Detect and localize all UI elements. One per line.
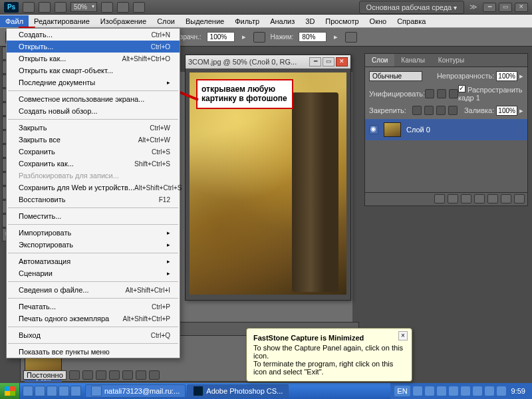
- file-menu-item[interactable]: ВосстановитьF12: [7, 194, 180, 205]
- workspace-switcher[interactable]: Основная рабочая среда ▾: [359, 1, 464, 14]
- loop-select[interactable]: Постоянно: [23, 370, 66, 380]
- start-button[interactable]: [0, 383, 20, 399]
- next-frame-button[interactable]: [109, 370, 120, 380]
- tray-icon[interactable]: [461, 386, 470, 396]
- link-icon[interactable]: [434, 194, 445, 203]
- language-indicator[interactable]: EN: [394, 386, 410, 396]
- file-menu-item[interactable]: Печатать...Ctrl+P: [7, 301, 180, 313]
- unify-pos-icon[interactable]: [425, 89, 434, 98]
- menu-изображение[interactable]: Изображение: [95, 15, 152, 27]
- file-menu-item[interactable]: Показать все пункты меню: [7, 346, 180, 358]
- doc-close-button[interactable]: ✕: [336, 57, 348, 66]
- quicklaunch-icon[interactable]: [35, 386, 45, 396]
- file-menu-item[interactable]: Открыть как...Alt+Shift+Ctrl+O: [7, 53, 180, 65]
- file-menu-item[interactable]: Печать одного экземпляраAlt+Shift+Ctrl+P: [7, 313, 180, 325]
- menu-справка[interactable]: Справка: [392, 15, 431, 27]
- file-menu-item[interactable]: Создать новый обзор...: [7, 105, 180, 117]
- doc-maximize-button[interactable]: ▭: [323, 57, 334, 66]
- unify-style-icon[interactable]: [449, 89, 458, 98]
- menu-выделение[interactable]: Выделение: [180, 15, 229, 27]
- screenmode-icon[interactable]: [133, 2, 145, 13]
- mask-icon[interactable]: [461, 194, 471, 203]
- airbrush-icon[interactable]: [253, 32, 265, 43]
- tooltip-close-button[interactable]: ×: [398, 331, 408, 340]
- adjustment-icon[interactable]: [474, 194, 485, 203]
- delete-frame-button[interactable]: [149, 370, 160, 380]
- opacity-field[interactable]: 100%: [207, 32, 235, 42]
- bridge-icon[interactable]: [23, 2, 35, 13]
- file-menu-item[interactable]: Создать...Ctrl+N: [7, 29, 180, 41]
- panel-tab[interactable]: Контуры: [432, 54, 471, 66]
- tray-icon[interactable]: [413, 386, 422, 396]
- file-menu-item[interactable]: ВыходCtrl+Q: [7, 329, 180, 341]
- zoom-select[interactable]: 50%: [70, 2, 97, 12]
- unify-vis-icon[interactable]: [437, 89, 446, 98]
- minimize-button[interactable]: ━: [483, 3, 496, 12]
- tray-icon[interactable]: [449, 386, 458, 396]
- menu-файл[interactable]: Файл: [0, 15, 29, 27]
- quicklaunch-icon[interactable]: [47, 386, 57, 396]
- file-menu-item[interactable]: Сохранить для Web и устройств...Alt+Shif…: [7, 182, 180, 194]
- file-menu-item[interactable]: ЗакрытьCtrl+W: [7, 122, 180, 134]
- lock-all-icon[interactable]: [448, 106, 458, 115]
- trash-icon[interactable]: [514, 194, 525, 203]
- tray-icon[interactable]: [473, 386, 482, 396]
- document-canvas[interactable]: открываем любую картинку в фотошопе: [190, 72, 346, 295]
- menu-слои[interactable]: Слои: [152, 15, 180, 27]
- file-menu-item[interactable]: Поместить...: [7, 210, 180, 222]
- close-button[interactable]: ✕: [515, 3, 528, 12]
- restore-button[interactable]: ▭: [499, 3, 512, 12]
- new-layer-icon[interactable]: [501, 194, 511, 203]
- quicklaunch-icon[interactable]: [59, 386, 69, 396]
- hand-icon[interactable]: [101, 2, 113, 13]
- blend-mode-select[interactable]: Обычные: [369, 71, 422, 81]
- clock[interactable]: 9:59: [509, 387, 528, 395]
- tray-icon[interactable]: [485, 386, 494, 396]
- minibridge-icon[interactable]: [39, 2, 51, 13]
- panel-tab[interactable]: Слои: [365, 54, 394, 66]
- visibility-icon[interactable]: [369, 125, 378, 134]
- prev-frame-button[interactable]: [82, 370, 93, 380]
- lock-pixels-icon[interactable]: [424, 106, 434, 115]
- tray-icon[interactable]: [425, 386, 434, 396]
- file-menu-item[interactable]: Сведения о файле...Alt+Shift+Ctrl+I: [7, 284, 180, 296]
- taskbar-item[interactable]: Adobe Photoshop CS...: [187, 384, 289, 398]
- layer-row[interactable]: Слой 0: [365, 119, 527, 140]
- flow-field[interactable]: 80%: [299, 32, 327, 42]
- chevron-icon[interactable]: ≫: [469, 3, 477, 11]
- fill-field[interactable]: 100%: [496, 106, 517, 116]
- file-menu-item[interactable]: Открыть как смарт-объект...: [7, 65, 180, 76]
- menu-анализ[interactable]: Анализ: [265, 15, 300, 27]
- menu-редактирование[interactable]: Редактирование: [29, 15, 95, 27]
- file-menu-item[interactable]: Открыть...Ctrl+O: [7, 41, 180, 53]
- tray-icon[interactable]: [497, 386, 506, 396]
- lock-pos-icon[interactable]: [436, 106, 446, 115]
- doc-minimize-button[interactable]: ━: [309, 57, 321, 66]
- first-frame-button[interactable]: [69, 370, 80, 380]
- file-menu-item[interactable]: Сценарии: [7, 267, 180, 279]
- menu-3d[interactable]: 3D: [300, 15, 320, 27]
- arrange-icon[interactable]: [117, 2, 129, 13]
- layer-opacity-field[interactable]: 100%: [496, 71, 517, 81]
- play-button[interactable]: [96, 370, 106, 380]
- fx-icon[interactable]: [448, 194, 458, 203]
- panel-tab[interactable]: Каналы: [394, 54, 432, 66]
- file-menu-item[interactable]: Закрыть всеAlt+Ctrl+W: [7, 134, 180, 146]
- group-icon[interactable]: [487, 194, 498, 203]
- file-menu-item[interactable]: Последние документы: [7, 76, 180, 88]
- file-menu-item[interactable]: Экспортировать: [7, 239, 180, 251]
- file-menu-item[interactable]: Совместное использование экрана...: [7, 93, 180, 105]
- lock-trans-icon[interactable]: [412, 106, 422, 115]
- tween-button[interactable]: [122, 370, 133, 380]
- viewextras-icon[interactable]: [55, 2, 66, 13]
- propagate-checkbox[interactable]: [458, 85, 466, 92]
- menu-фильтр[interactable]: Фильтр: [229, 15, 265, 27]
- file-menu-item[interactable]: Автоматизация: [7, 255, 180, 267]
- quicklaunch-icon[interactable]: [23, 386, 33, 396]
- quicklaunch-icon[interactable]: [70, 386, 81, 396]
- file-menu-item[interactable]: Импортировать: [7, 227, 180, 239]
- file-menu-item[interactable]: Сохранить как...Shift+Ctrl+S: [7, 158, 180, 170]
- file-menu-item[interactable]: СохранитьCtrl+S: [7, 146, 180, 158]
- taskbar-item[interactable]: natali73123@mail.ru:...: [85, 384, 186, 398]
- menu-просмотр[interactable]: Просмотр: [320, 15, 364, 27]
